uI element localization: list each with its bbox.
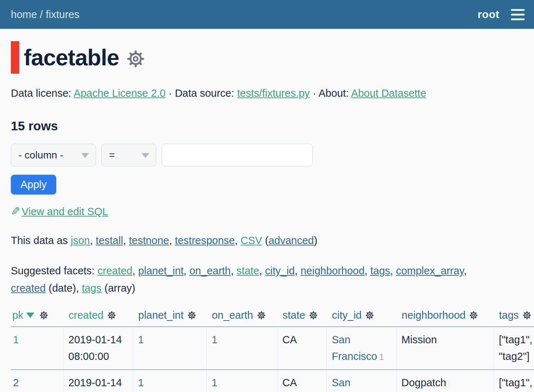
filter-value-input[interactable] bbox=[162, 144, 313, 166]
column-gear-icon[interactable] bbox=[107, 310, 117, 320]
sort-state-link[interactable]: state bbox=[283, 309, 305, 321]
column-select-wrap: - column - bbox=[11, 144, 96, 166]
dot-separator: · bbox=[310, 87, 319, 99]
cell-pk: 1 bbox=[11, 327, 63, 370]
sort-created-link[interactable]: created bbox=[69, 309, 104, 321]
cell-planet-int: 1 bbox=[133, 327, 206, 370]
facet-on-earth-link[interactable]: on_earth bbox=[189, 265, 231, 276]
source-link[interactable]: tests/fixtures.py bbox=[237, 87, 310, 99]
facet-state-link[interactable]: state bbox=[237, 265, 259, 276]
apply-button[interactable]: Apply bbox=[11, 175, 56, 195]
view-sql-line: ✎View and edit SQL bbox=[11, 205, 523, 218]
page-title-row: facetable bbox=[11, 41, 523, 74]
top-nav-bar: home / fixtures root bbox=[0, 0, 534, 29]
cell-pk: 2 bbox=[11, 370, 63, 392]
column-gear-icon[interactable] bbox=[39, 310, 49, 320]
column-gear-icon[interactable] bbox=[257, 310, 266, 320]
table-row: 2 2019-01-14 08:00:00 1 1 CA San Francis… bbox=[11, 370, 534, 392]
column-header-neighborhood: neighborhood bbox=[396, 309, 494, 327]
cell-created: 2019-01-14 08:00:00 bbox=[63, 370, 133, 392]
facet-planet-int-link[interactable]: planet_int bbox=[138, 265, 184, 276]
breadcrumb-home-link[interactable]: home bbox=[11, 9, 37, 20]
sort-planet-int-link[interactable]: planet_int bbox=[138, 309, 184, 321]
row-pk-link[interactable]: 1 bbox=[13, 334, 19, 345]
sort-neighborhood-link[interactable]: neighborhood bbox=[402, 309, 465, 321]
export-csv-link[interactable]: CSV bbox=[241, 235, 262, 246]
cell-tags: ["tag1", "tag3"] bbox=[494, 370, 534, 392]
cell-neighborhood: Dogpatch bbox=[396, 370, 494, 392]
cell-on-earth: 1 bbox=[206, 327, 277, 370]
column-header-city-id: city_id bbox=[327, 309, 396, 327]
column-gear-icon[interactable] bbox=[308, 310, 318, 320]
facets-prefix: Suggested facets: bbox=[11, 265, 97, 276]
license-link[interactable]: Apache License 2.0 bbox=[74, 87, 166, 99]
facet-array-suffix: (array) bbox=[102, 282, 135, 294]
column-header-pk: pk bbox=[11, 309, 63, 327]
sort-desc-icon bbox=[26, 313, 34, 318]
sort-city-id-link[interactable]: city_id bbox=[332, 309, 362, 321]
pencil-icon: ✎ bbox=[11, 205, 20, 218]
city-link[interactable]: San Francisco bbox=[332, 377, 377, 392]
rows-table: pk created planet_int on_earth state cit… bbox=[11, 309, 534, 392]
breadcrumb-separator: / bbox=[37, 9, 46, 20]
cell-tags: ["tag1", "tag2"] bbox=[494, 327, 534, 370]
breadcrumb-database-link[interactable]: fixtures bbox=[46, 9, 79, 20]
about-label: About: bbox=[319, 87, 351, 99]
column-header-planet-int: planet_int bbox=[133, 309, 206, 327]
facet-created-date-link[interactable]: created bbox=[11, 282, 46, 294]
export-testresponse-link[interactable]: testresponse bbox=[175, 235, 235, 246]
filter-operator-select[interactable]: = bbox=[101, 144, 156, 166]
sort-on-earth-link[interactable]: on_earth bbox=[212, 309, 253, 321]
filter-column-select[interactable]: - column - bbox=[11, 144, 96, 166]
logged-in-user[interactable]: root bbox=[478, 8, 499, 21]
column-gear-icon[interactable] bbox=[365, 310, 375, 320]
row-count-heading: 15 rows bbox=[11, 119, 523, 133]
table-header-row: pk created planet_int on_earth state cit… bbox=[11, 309, 534, 327]
export-testall-link[interactable]: testall bbox=[96, 235, 123, 246]
cell-planet-int: 1 bbox=[133, 370, 206, 392]
facet-neighborhood-link[interactable]: neighborhood bbox=[301, 265, 364, 276]
row-pk-link[interactable]: 2 bbox=[13, 377, 19, 388]
cell-state: CA bbox=[277, 370, 327, 392]
column-header-created: created bbox=[63, 309, 133, 327]
suggested-facets-line: Suggested facets: created, planet_int, o… bbox=[11, 262, 523, 297]
column-gear-icon[interactable] bbox=[522, 310, 532, 320]
table-settings-gear-icon[interactable] bbox=[126, 49, 146, 69]
export-json-link[interactable]: json bbox=[71, 235, 90, 246]
facet-city-id-link[interactable]: city_id bbox=[265, 265, 295, 276]
title-accent-bar bbox=[11, 41, 19, 74]
export-prefix: This data as bbox=[11, 235, 71, 246]
export-testnone-link[interactable]: testnone bbox=[129, 235, 169, 246]
license-label: Data license: bbox=[11, 87, 74, 99]
page-title: facetable bbox=[24, 44, 119, 70]
facet-tags-array-link[interactable]: tags bbox=[82, 282, 102, 294]
facet-created-link[interactable]: created bbox=[97, 265, 132, 276]
op-select-wrap: = bbox=[101, 144, 156, 166]
view-edit-sql-link[interactable]: View and edit SQL bbox=[22, 206, 108, 217]
foreign-key-value: 1 bbox=[379, 352, 384, 362]
cell-city-id: San Francisco1 bbox=[327, 370, 396, 392]
sort-pk-link[interactable]: pk bbox=[12, 309, 23, 321]
sort-tags-link[interactable]: tags bbox=[499, 309, 519, 321]
filter-controls: - column - = bbox=[11, 144, 523, 166]
column-header-on-earth: on_earth bbox=[206, 309, 277, 327]
column-gear-icon[interactable] bbox=[469, 310, 478, 320]
cell-neighborhood: Mission bbox=[396, 327, 494, 370]
facet-complex-array-link[interactable]: complex_array bbox=[396, 265, 464, 276]
facet-tags-link[interactable]: tags bbox=[370, 265, 390, 276]
export-advanced-link[interactable]: advanced bbox=[268, 235, 314, 246]
cell-state: CA bbox=[277, 327, 327, 370]
source-label: Data source: bbox=[175, 87, 237, 99]
column-gear-icon[interactable] bbox=[187, 310, 197, 320]
city-link[interactable]: San Francisco bbox=[332, 334, 377, 362]
export-links-line: This data as json, testall, testnone, te… bbox=[11, 235, 523, 247]
column-header-tags: tags bbox=[494, 309, 534, 327]
dot-separator: · bbox=[166, 87, 175, 99]
about-link[interactable]: About Datasette bbox=[351, 87, 426, 99]
metadata-line: Data license: Apache License 2.0 · Data … bbox=[11, 87, 523, 99]
column-header-state: state bbox=[277, 309, 327, 327]
facet-date-suffix: (date), bbox=[46, 282, 82, 294]
hamburger-menu-icon[interactable] bbox=[511, 8, 525, 22]
cell-on-earth: 1 bbox=[206, 370, 277, 392]
table-row: 1 2019-01-14 08:00:00 1 1 CA San Francis… bbox=[11, 327, 534, 370]
